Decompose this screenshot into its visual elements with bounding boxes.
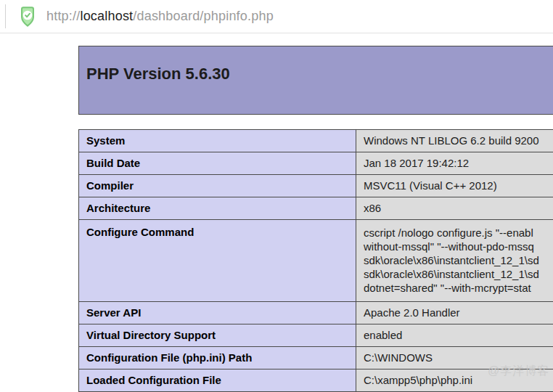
configure-command-line: sdk\oracle\x86\instantclient_12_1\sd xyxy=(364,267,553,281)
url-host: localhost xyxy=(80,9,133,23)
row-label: Configure Command xyxy=(79,220,356,302)
row-value: x86 xyxy=(356,197,553,220)
table-row-build-date: Build Date Jan 18 2017 19:42:12 xyxy=(79,152,553,175)
table-row-system: System Windows NT LIBLOG 6.2 build 9200 xyxy=(79,130,553,152)
row-value: C:\xampp5\php\php.ini xyxy=(356,369,553,392)
row-label: Compiler xyxy=(79,175,356,197)
table-row-architecture: Architecture x86 xyxy=(79,197,553,220)
row-label: Loaded Configuration File xyxy=(79,369,356,392)
row-label: Virtual Directory Support xyxy=(79,324,356,347)
url-scheme: http:// xyxy=(46,9,80,23)
security-shield-check-icon[interactable] xyxy=(19,7,36,27)
row-value: Windows NT LIBLOG 6.2 build 9200 xyxy=(356,130,553,152)
table-row-loaded-config-file: Loaded Configuration File C:\xampp5\php\… xyxy=(79,369,553,392)
address-bar-divider xyxy=(5,4,6,28)
row-label: Configuration File (php.ini) Path xyxy=(79,347,356,369)
row-value: cscript /nologo configure.js "--enabl wi… xyxy=(356,220,553,302)
php-version-header: PHP Version 5.6.30 xyxy=(78,46,553,115)
row-label: Build Date xyxy=(79,152,356,175)
configure-command-line: without-mssql" "--without-pdo-mssq xyxy=(364,240,553,253)
php-info-table: System Windows NT LIBLOG 6.2 build 9200 … xyxy=(78,129,553,392)
page-title: PHP Version 5.6.30 xyxy=(79,46,553,83)
url-path: /dashboard/phpinfo.php xyxy=(133,9,274,23)
table-row-configure-command: Configure Command cscript /nologo config… xyxy=(79,220,553,302)
row-value: Apache 2.0 Handler xyxy=(356,302,553,324)
row-value: MSVC11 (Visual C++ 2012) xyxy=(356,175,553,197)
url-text[interactable]: http://localhost/dashboard/phpinfo.php xyxy=(46,7,274,25)
table-row-virtual-directory-support: Virtual Directory Support enabled xyxy=(79,324,553,347)
row-label: Architecture xyxy=(79,197,356,220)
browser-address-bar[interactable]: http://localhost/dashboard/phpinfo.php xyxy=(0,0,553,33)
row-label: System xyxy=(79,130,356,152)
configure-command-line: dotnet=shared" "--with-mcrypt=stat xyxy=(364,281,553,295)
row-value: Jan 18 2017 19:42:12 xyxy=(356,152,553,175)
table-row-server-api: Server API Apache 2.0 Handler xyxy=(79,302,553,324)
table-row-compiler: Compiler MSVC11 (Visual C++ 2012) xyxy=(79,175,553,197)
row-label: Server API xyxy=(79,302,356,324)
configure-command-line: cscript /nologo configure.js "--enabl xyxy=(364,226,553,240)
phpinfo-page: PHP Version 5.6.30 System Windows NT LIB… xyxy=(78,46,553,392)
row-value: enabled xyxy=(356,324,553,347)
row-value: C:\WINDOWS xyxy=(356,347,553,369)
table-row-config-file-path: Configuration File (php.ini) Path C:\WIN… xyxy=(79,347,553,369)
configure-command-line: sdk\oracle\x86\instantclient_12_1\sd xyxy=(364,253,553,267)
